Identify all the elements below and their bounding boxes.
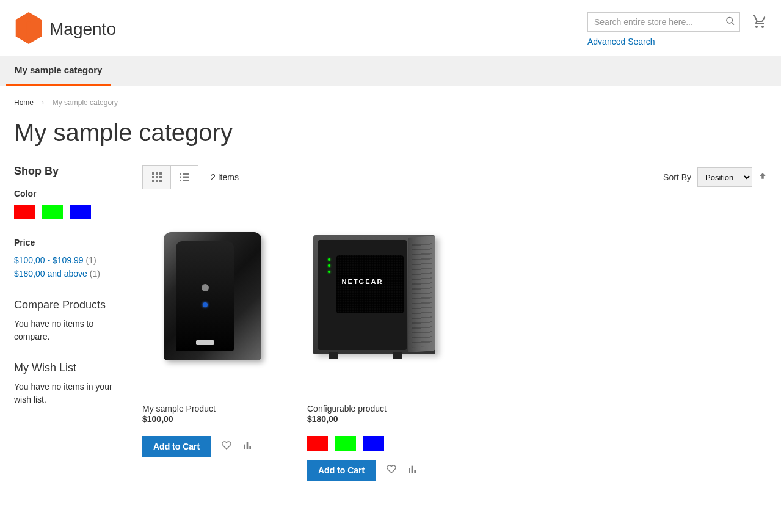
- svg-rect-3: [156, 172, 158, 175]
- advanced-search-link[interactable]: Advanced Search: [587, 37, 740, 46]
- price-range-count: (1): [90, 269, 100, 279]
- logo-link[interactable]: Magento: [14, 12, 116, 46]
- price-range-count: (1): [86, 255, 96, 265]
- price-range-item: $180,00 and above (1): [14, 267, 127, 280]
- search-icon: [725, 16, 735, 26]
- svg-rect-15: [180, 180, 181, 181]
- svg-rect-4: [159, 172, 162, 175]
- add-to-cart-button[interactable]: Add to Cart: [142, 436, 211, 457]
- compare-button[interactable]: [407, 464, 417, 476]
- svg-rect-5: [152, 176, 154, 178]
- sidebar: Shop By Color Price $100,00 - $109,99 (1…: [14, 165, 127, 481]
- page-header: Magento Advanced Search: [0, 0, 781, 56]
- header-right: Advanced Search: [587, 12, 767, 46]
- product-listing: 2 Items Sort By Position: [142, 165, 767, 481]
- search-box: [587, 12, 740, 32]
- cart-link[interactable]: [752, 15, 767, 32]
- product-swatches: [307, 436, 454, 451]
- svg-rect-10: [159, 180, 162, 182]
- nav-item-category[interactable]: My sample category: [6, 56, 111, 86]
- product-image: NETGEAR: [313, 235, 448, 363]
- svg-rect-12: [183, 173, 189, 175]
- swatch-red[interactable]: [307, 436, 328, 451]
- toolbar: 2 Items Sort By Position: [142, 165, 767, 189]
- swatch-red[interactable]: [14, 205, 35, 219]
- sort-select[interactable]: Position: [697, 167, 752, 187]
- svg-rect-11: [180, 173, 181, 175]
- wishlist-title: My Wish List: [14, 362, 127, 374]
- compare-icon: [242, 440, 252, 450]
- product-actions: Add to Cart: [307, 460, 454, 481]
- swatch-green[interactable]: [335, 436, 356, 451]
- svg-rect-14: [183, 177, 189, 178]
- product-image-link[interactable]: NETGEAR: [307, 208, 454, 391]
- product-grid: My sample Product $100,00 Add to Cart: [142, 208, 767, 481]
- compare-button[interactable]: [242, 440, 252, 453]
- price-range-link[interactable]: $180,00 and above: [14, 269, 87, 279]
- view-mode-list[interactable]: [170, 166, 198, 189]
- svg-rect-13: [180, 177, 181, 178]
- svg-rect-21: [412, 466, 413, 473]
- cart-icon: [752, 15, 767, 29]
- breadcrumb: Home › My sample category: [14, 95, 767, 107]
- wishlist-button[interactable]: [222, 440, 231, 453]
- heart-icon: [222, 440, 231, 450]
- swatch-blue[interactable]: [70, 205, 91, 219]
- view-mode-grid[interactable]: [143, 166, 170, 189]
- toolbar-left: 2 Items: [142, 165, 239, 189]
- svg-rect-8: [152, 180, 154, 182]
- svg-rect-22: [415, 470, 416, 473]
- product-price: $100,00: [142, 414, 289, 424]
- swatch-green[interactable]: [42, 205, 63, 219]
- svg-rect-17: [244, 445, 245, 449]
- svg-point-0: [727, 18, 732, 23]
- toolbar-right: Sort By Position: [663, 167, 767, 187]
- svg-rect-20: [409, 468, 410, 473]
- svg-rect-6: [156, 176, 158, 178]
- wishlist-button[interactable]: [387, 464, 396, 476]
- product-item: NETGEAR Configurable product $180,00: [307, 208, 454, 481]
- product-actions: Add to Cart: [142, 436, 289, 457]
- swatch-blue[interactable]: [363, 436, 384, 451]
- item-count: 2 Items: [211, 172, 239, 182]
- product-name-link[interactable]: Configurable product: [307, 404, 387, 414]
- svg-rect-9: [156, 180, 158, 182]
- color-swatches: [14, 205, 127, 219]
- product-image-link[interactable]: [142, 208, 289, 391]
- compare-empty: You have no items to compare.: [14, 318, 127, 343]
- price-range-item: $100,00 - $109,99 (1): [14, 253, 127, 267]
- grid-icon: [152, 172, 162, 182]
- search-wrapper: Advanced Search: [587, 12, 740, 46]
- sort-direction-button[interactable]: [758, 172, 767, 183]
- filter-price-label: Price: [14, 238, 127, 247]
- svg-rect-16: [183, 180, 189, 181]
- shop-by-heading: Shop By: [14, 165, 127, 178]
- sort-label: Sort By: [663, 172, 691, 182]
- product-image: [164, 232, 267, 366]
- columns: Shop By Color Price $100,00 - $109,99 (1…: [14, 165, 767, 481]
- breadcrumb-current: My sample category: [53, 98, 118, 107]
- product-name-link[interactable]: My sample Product: [142, 404, 216, 414]
- add-to-cart-button[interactable]: Add to Cart: [307, 460, 376, 481]
- search-button[interactable]: [725, 16, 735, 28]
- chevron-right-icon: ›: [42, 98, 44, 107]
- svg-rect-18: [247, 442, 249, 449]
- list-icon: [180, 172, 189, 182]
- price-range-link[interactable]: $100,00 - $109,99: [14, 255, 84, 265]
- product-item: My sample Product $100,00 Add to Cart: [142, 208, 289, 481]
- logo-text: Magento: [49, 20, 116, 39]
- wishlist-empty: You have no items in your wish list.: [14, 381, 127, 406]
- compare-icon: [407, 464, 417, 474]
- svg-rect-2: [152, 172, 154, 175]
- product-price: $180,00: [307, 414, 454, 424]
- breadcrumb-home[interactable]: Home: [14, 98, 34, 107]
- compare-title: Compare Products: [14, 299, 127, 312]
- main-content: Home › My sample category My sample cate…: [0, 86, 781, 505]
- magento-logo-icon: [14, 12, 43, 46]
- search-input[interactable]: [587, 12, 740, 32]
- filter-color-label: Color: [14, 189, 127, 199]
- nav-bar: My sample category: [0, 56, 781, 86]
- page-title: My sample category: [14, 119, 767, 147]
- svg-rect-19: [250, 446, 252, 449]
- heart-icon: [387, 464, 396, 474]
